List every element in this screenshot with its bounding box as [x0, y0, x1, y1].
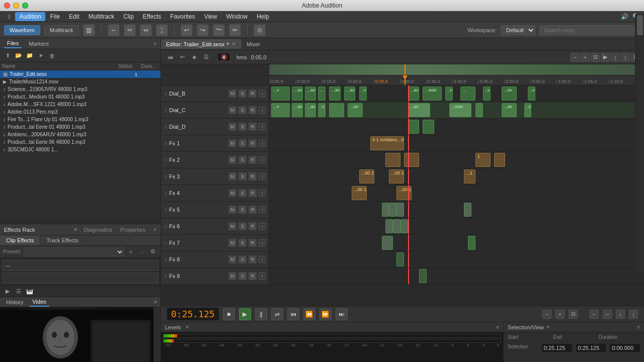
rec-btn-fx6[interactable]: R [249, 222, 257, 230]
clip-dial-b-4[interactable]: ...av [329, 86, 340, 101]
clip-fx4-1[interactable]: ...00 1 [396, 186, 412, 200]
mute-btn-fx7[interactable]: M [228, 239, 236, 247]
menu-view[interactable]: View [200, 12, 221, 21]
clip-fx2-3[interactable] [494, 153, 505, 167]
clip-dial-c-6[interactable]: ...av [408, 103, 431, 117]
solo-btn-fx4[interactable]: S [238, 189, 247, 197]
menu-apple[interactable]:  [4, 12, 14, 21]
file-item-9[interactable]: ♪ Product...tal Eerie 06 48000 1.mp3 [0, 138, 160, 146]
file-item-8[interactable]: ♪ Ambienc...2006ARJV 48000 1.mp3 [0, 131, 160, 138]
clip-dial-c-4[interactable] [329, 103, 344, 117]
menu-audition[interactable]: Audition [15, 12, 45, 21]
track-effects-tab[interactable]: Track Effects [40, 235, 85, 245]
clip-fx3-0[interactable]: ...00 1 [359, 169, 374, 184]
clip-dial-b-9[interactable]: ..v [445, 86, 453, 101]
new-folder-button[interactable]: 📁 [25, 51, 34, 60]
delete-file-button[interactable]: 🗑 [47, 51, 56, 60]
clip-dial-b-12[interactable]: ...av [502, 86, 517, 101]
folder-open-button[interactable]: 📂 [14, 51, 23, 60]
effect-slot-2[interactable] [2, 273, 158, 284]
solo-btn-fx7[interactable]: S [238, 239, 247, 247]
menu-window[interactable]: Window [222, 12, 252, 21]
stop-button[interactable]: ■ [223, 308, 235, 320]
solo-btn-dial-c[interactable]: S [238, 106, 247, 114]
history-tab[interactable]: History [3, 298, 26, 306]
clip-dial-b-0[interactable]: ...v [271, 86, 290, 101]
menu-help[interactable]: Help [253, 12, 273, 21]
menu-favorites[interactable]: Favorites [166, 12, 199, 21]
close-button[interactable] [4, 3, 10, 9]
clip-dial-c-2[interactable]: ...av [305, 103, 316, 117]
editor-tab-active[interactable]: Editor: Trailer_Edit.sesx ▾ ✕ [161, 39, 242, 49]
remove-effect-button[interactable]: - [137, 247, 146, 256]
clip-dial-c-9[interactable]: ...av [502, 103, 517, 117]
clip-dial-d-1[interactable] [423, 120, 434, 134]
menu-clip[interactable]: Clip [119, 12, 138, 21]
clip-dial-c-10[interactable]: ..v [524, 103, 532, 117]
mixer-tab[interactable]: Mixer [242, 40, 265, 49]
rec-btn-fx8[interactable]: R [249, 255, 257, 263]
move-tool-button[interactable]: ↔ [108, 24, 120, 36]
solo-btn-fx9[interactable]: S [238, 272, 247, 280]
mute-btn-fx5[interactable]: M [228, 206, 236, 214]
clip-fx4-0[interactable]: ...00 1 [352, 186, 367, 200]
clip-dial-b-2[interactable]: ...av [305, 86, 316, 101]
editor-dropdown-icon[interactable]: ▾ [226, 41, 229, 47]
rec-btn-fx5[interactable]: R [249, 206, 257, 214]
zoom-fit-button[interactable]: ⊟ [591, 53, 600, 62]
transport-zoom-v-in[interactable]: ↕ [629, 310, 638, 319]
overview-bar[interactable] [269, 64, 635, 75]
clip-fx2-1[interactable] [404, 153, 419, 167]
snap-button[interactable]: ⊙ [254, 24, 266, 36]
clip-dial-c-7[interactable]: ...wav [449, 103, 472, 117]
minimize-button[interactable] [13, 3, 19, 9]
io-btn-fx1[interactable]: I [259, 140, 266, 147]
rec-btn-dial-c[interactable]: R [249, 106, 257, 114]
move-to-multitrack-button[interactable]: ➤ [36, 51, 45, 60]
presets-select[interactable] [24, 247, 124, 256]
clip-dial-c-0[interactable]: ...v [271, 103, 290, 117]
clip-fx1-0[interactable]: 0 1 Ambienc...00 1 [370, 136, 404, 150]
clip-fx6-2[interactable] [400, 219, 408, 233]
file-item-0[interactable]: ▦ Trailer_Edit.sesx 1 [0, 70, 160, 78]
maximize-button[interactable] [22, 3, 28, 9]
slip-tool-button[interactable]: ⇔ [140, 24, 152, 36]
clip-fx7-0[interactable] [382, 236, 393, 250]
effects-rack-close[interactable]: ✕ [73, 227, 77, 232]
rec-btn-fx4[interactable]: R [249, 189, 257, 197]
mute-btn-fx8[interactable]: M [228, 255, 236, 263]
pause-button[interactable]: ‖ [255, 308, 267, 320]
track-content-fx7[interactable] [269, 235, 644, 251]
time-select-button[interactable]: ⌶ [156, 24, 168, 36]
levels-close[interactable]: ✕ [185, 324, 189, 330]
zoom-vert-out[interactable]: ↕ [611, 53, 620, 62]
solo-btn-fx3[interactable]: S [238, 172, 247, 180]
transport-zoom-h-in[interactable]: ↔ [603, 310, 612, 319]
rec-btn-fx7[interactable]: R [249, 239, 257, 247]
mute-btn-dial-d[interactable]: M [228, 123, 236, 131]
scroll-right-button[interactable]: ▶ [601, 53, 610, 62]
sel-options[interactable]: ≡ [637, 324, 640, 330]
effects-list-button[interactable]: ☰ [14, 287, 23, 296]
menu-multitrack[interactable]: Multitrack [85, 12, 118, 21]
menu-effects[interactable]: Effects [139, 12, 165, 21]
io-btn-fx8[interactable]: I [259, 256, 266, 263]
mute-btn-fx2[interactable]: M [228, 156, 236, 164]
track-content-dial-d[interactable] [269, 119, 644, 135]
mute-btn-fx6[interactable]: M [228, 222, 236, 230]
rec-btn-fx1[interactable]: R [249, 139, 257, 147]
clip-view-button[interactable]: ▥ [83, 24, 95, 36]
solo-btn-dial-b[interactable]: S [238, 89, 247, 98]
rec-btn-dial-d[interactable]: R [249, 123, 257, 131]
effect-slot-1[interactable]: — [2, 260, 158, 271]
io-btn-fx7[interactable]: I [259, 239, 266, 246]
rec-btn-fx2[interactable]: R [249, 156, 257, 164]
clip-fx9-0[interactable] [419, 269, 427, 283]
marker-list-button[interactable]: ☰ [201, 52, 211, 62]
track-content-dial-b[interactable]: ...v ...av ...av ... ...av ...av ..v ...… [269, 85, 644, 102]
rec-btn-fx9[interactable]: R [249, 272, 257, 280]
go-start-button[interactable]: ⏮ [165, 52, 175, 62]
fast-forward-button[interactable]: ⏩ [319, 308, 332, 320]
menu-edit[interactable]: Edit [65, 12, 84, 21]
clip-fx6-0[interactable] [385, 219, 393, 233]
